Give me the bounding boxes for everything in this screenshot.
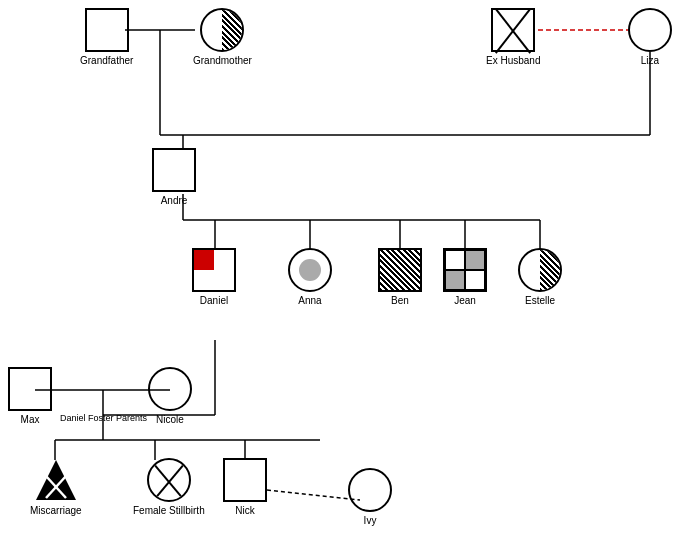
anna-node: Anna [288,248,332,306]
miscarriage-node: Miscarriage [30,458,82,516]
svg-marker-24 [36,460,76,500]
ex-husband-label: Ex Husband [486,55,540,66]
grandfather-label: Grandfather [80,55,133,66]
genogram-canvas: Grandfather Grandmother Ex Husband Liza … [0,0,694,557]
estelle-node: Estelle [518,248,562,306]
ivy-symbol [348,468,392,512]
grandfather-node: Grandfather [80,8,133,66]
ben-node: Ben [378,248,422,306]
jean-label: Jean [454,295,476,306]
grandfather-symbol [85,8,129,52]
female-stillbirth-label: Female Stillbirth [133,505,205,516]
jean-symbol [443,248,487,292]
grandmother-label: Grandmother [193,55,252,66]
nicole-symbol [148,367,192,411]
andre-label: Andre [161,195,188,206]
daniel-node: Daniel [192,248,236,306]
ivy-node: Ivy [348,468,392,526]
anna-symbol [288,248,332,292]
liza-node: Liza [628,8,672,66]
daniel-label: Daniel [200,295,228,306]
female-stillbirth-symbol [147,458,191,502]
nick-symbol [223,458,267,502]
max-label: Max [21,414,40,425]
grandmother-symbol [200,8,244,52]
jean-node: Jean [443,248,487,306]
ben-label: Ben [391,295,409,306]
ben-symbol [378,248,422,292]
liza-symbol [628,8,672,52]
anna-label: Anna [298,295,321,306]
liza-label: Liza [641,55,659,66]
miscarriage-symbol [34,458,78,502]
ivy-label: Ivy [364,515,377,526]
female-stillbirth-node: Female Stillbirth [133,458,205,516]
daniel-symbol [192,248,236,292]
svg-line-23 [267,490,360,500]
miscarriage-label: Miscarriage [30,505,82,516]
nicole-label: Nicole [156,414,184,425]
ex-husband-node: Ex Husband [486,8,540,66]
connector-lines [0,0,694,557]
andre-node: Andre [152,148,196,206]
foster-parents-label: Daniel Foster Parents [60,413,147,423]
nicole-node: Nicole [148,367,192,425]
estelle-label: Estelle [525,295,555,306]
grandmother-node: Grandmother [193,8,252,66]
nick-label: Nick [235,505,254,516]
nick-node: Nick [223,458,267,516]
ex-husband-symbol [491,8,535,52]
andre-symbol [152,148,196,192]
max-node: Max [8,367,52,425]
estelle-symbol [518,248,562,292]
max-symbol [8,367,52,411]
